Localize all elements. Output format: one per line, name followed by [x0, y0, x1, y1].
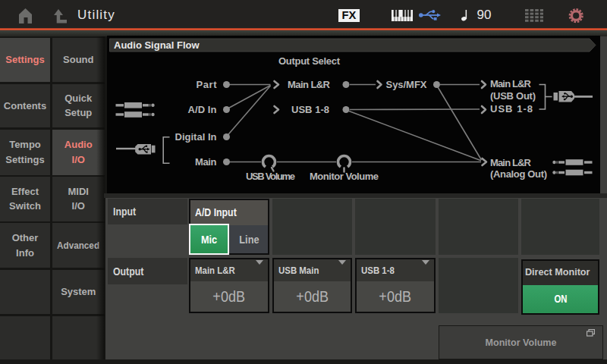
- svg-text:Main: Main: [195, 156, 217, 168]
- svg-text:Monitor Volume: Monitor Volume: [310, 171, 379, 182]
- svg-text:USB 1-8: USB 1-8: [490, 103, 533, 115]
- svg-text:Output Select: Output Select: [278, 55, 341, 67]
- svg-text:Main L&R: Main L&R: [288, 79, 331, 90]
- svg-text:Digital In: Digital In: [175, 131, 216, 143]
- svg-text:Audio Signal Flow: Audio Signal Flow: [114, 39, 200, 51]
- svg-text:Sys/MFX: Sys/MFX: [385, 79, 426, 90]
- svg-text:USB 1-8: USB 1-8: [291, 104, 329, 115]
- svg-text:(USB Out): (USB Out): [490, 90, 536, 102]
- svg-text:USB Volume: USB Volume: [246, 171, 295, 182]
- svg-text:(Analog Out): (Analog Out): [490, 168, 547, 180]
- svg-text:Main L&R: Main L&R: [490, 157, 532, 168]
- svg-text:A/D In: A/D In: [187, 104, 216, 115]
- svg-text:Part: Part: [196, 79, 217, 90]
- svg-text:Main L&R: Main L&R: [490, 78, 532, 89]
